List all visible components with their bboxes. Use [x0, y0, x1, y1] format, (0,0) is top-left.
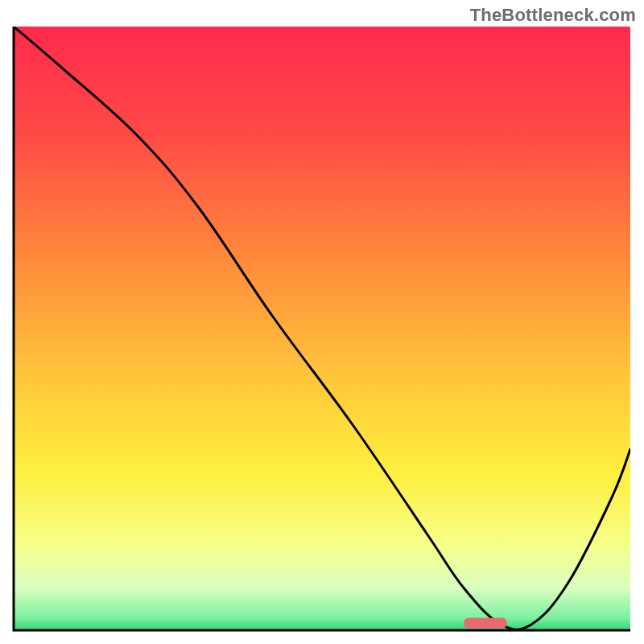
bottleneck-chart: [0, 0, 644, 644]
optimal-range-marker: [464, 618, 507, 629]
watermark-text: TheBottleneck.com: [470, 5, 636, 26]
gradient-background: [14, 27, 630, 630]
chart-svg: [0, 0, 644, 644]
